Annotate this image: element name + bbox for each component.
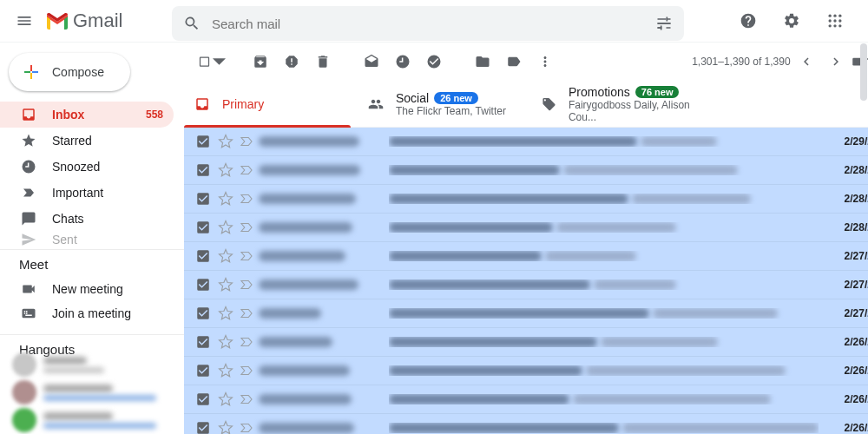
star-button[interactable] — [217, 219, 234, 236]
sidebar-item-inbox[interactable]: Inbox 558 — [0, 102, 174, 128]
labels-button[interactable] — [500, 48, 528, 76]
importance-marker[interactable] — [238, 219, 255, 236]
join-meeting-button[interactable]: Join a meeting — [0, 301, 184, 326]
importance-marker[interactable] — [238, 333, 255, 351]
hangouts-contact[interactable] — [12, 351, 174, 378]
email-row[interactable]: 2/26/20 — [184, 414, 868, 434]
star-button[interactable] — [217, 305, 234, 322]
importance-marker[interactable] — [238, 391, 255, 408]
importance-marker[interactable] — [238, 247, 255, 265]
next-page-button[interactable] — [822, 48, 850, 76]
sidebar-item-sent[interactable]: Sent — [0, 232, 174, 247]
sender — [259, 222, 389, 233]
snooze-button[interactable] — [389, 48, 417, 76]
report-spam-button[interactable] — [278, 48, 306, 76]
tab-primary[interactable]: Primary — [184, 81, 358, 127]
tab-social[interactable]: Social26 new The Flickr Team, Twitter — [358, 81, 531, 127]
hangouts-contact[interactable] — [12, 378, 174, 406]
search-bar[interactable] — [172, 6, 684, 41]
sender — [259, 337, 389, 347]
email-row[interactable]: 2/27/20 — [184, 299, 868, 328]
email-row[interactable]: 2/28/20 — [184, 156, 868, 185]
row-checkbox[interactable] — [194, 219, 212, 236]
tab-promotions[interactable]: Promotions76 new Fairygodboss Daily, Ali… — [531, 81, 722, 127]
sidebar-item-chats[interactable]: Chats — [0, 206, 174, 232]
apps-icon[interactable] — [818, 3, 852, 38]
star-button[interactable] — [217, 362, 234, 379]
row-checkbox[interactable] — [194, 305, 212, 322]
svg-point-6 — [829, 24, 832, 27]
star-button[interactable] — [217, 333, 234, 351]
main-panel: 1,301–1,390 of 1,390 Primary Social26 ne… — [184, 43, 868, 434]
importance-marker[interactable] — [238, 161, 255, 179]
email-row[interactable]: 2/29/20 — [184, 128, 868, 156]
archive-button[interactable] — [247, 48, 274, 76]
star-button[interactable] — [217, 133, 234, 150]
email-row[interactable]: 2/28/20 — [184, 185, 868, 214]
search-icon[interactable] — [177, 6, 207, 41]
row-checkbox[interactable] — [194, 362, 212, 379]
star-button[interactable] — [217, 190, 234, 207]
move-to-button[interactable] — [469, 48, 496, 76]
importance-marker[interactable] — [238, 190, 255, 207]
row-checkbox[interactable] — [194, 333, 212, 351]
email-row[interactable]: 2/28/20 — [184, 214, 868, 242]
inbox-count: 558 — [146, 108, 163, 121]
sidebar-item-snoozed[interactable]: Snoozed — [0, 154, 174, 180]
sidebar-item-label: Snoozed — [52, 160, 100, 174]
new-meeting-button[interactable]: New meeting — [0, 277, 184, 301]
header-actions — [731, 3, 861, 38]
star-button[interactable] — [217, 161, 234, 179]
sender — [259, 136, 389, 147]
row-checkbox[interactable] — [194, 391, 212, 408]
sidebar-item-starred[interactable]: Starred — [0, 128, 174, 154]
hangouts-contact[interactable] — [12, 406, 174, 434]
sidebar-item-label: Important — [52, 186, 103, 200]
support-icon[interactable] — [731, 3, 766, 38]
page-scrollbar[interactable] — [859, 0, 868, 434]
settings-icon[interactable] — [774, 3, 809, 38]
delete-button[interactable] — [309, 48, 337, 76]
email-row[interactable]: 2/26/20 — [184, 328, 868, 357]
svg-point-3 — [829, 19, 832, 22]
row-checkbox[interactable] — [194, 247, 212, 265]
clock-icon — [21, 159, 36, 174]
email-row[interactable]: 2/27/20 — [184, 271, 868, 299]
more-button[interactable] — [531, 48, 559, 76]
sender — [259, 165, 389, 175]
inbox-icon — [194, 96, 210, 112]
mail-toolbar: 1,301–1,390 of 1,390 — [184, 43, 868, 81]
star-button[interactable] — [217, 247, 234, 265]
email-row[interactable]: 2/27/20 — [184, 242, 868, 271]
importance-marker[interactable] — [238, 305, 255, 322]
row-checkbox[interactable] — [194, 133, 212, 150]
email-row[interactable]: 2/26/20 — [184, 357, 868, 385]
tab-badge: 76 new — [635, 86, 680, 98]
gmail-logo[interactable]: Gmail — [45, 10, 167, 32]
importance-marker[interactable] — [238, 419, 255, 434]
tab-subtitle: Fairygodboss Daily, Alison Cou... — [569, 99, 712, 123]
prev-page-button[interactable] — [792, 48, 820, 76]
importance-marker[interactable] — [238, 362, 255, 379]
row-checkbox[interactable] — [194, 161, 212, 179]
star-button[interactable] — [217, 419, 234, 434]
importance-marker[interactable] — [238, 133, 255, 150]
row-checkbox[interactable] — [194, 190, 212, 207]
email-row[interactable]: 2/26/20 — [184, 385, 868, 414]
svg-point-8 — [838, 24, 841, 27]
search-options-icon[interactable] — [649, 6, 679, 41]
select-all-checkbox[interactable] — [198, 48, 226, 76]
tab-label: Promotions — [569, 85, 630, 99]
sidebar-item-important[interactable]: Important — [0, 180, 174, 206]
importance-marker[interactable] — [238, 276, 255, 293]
star-button[interactable] — [217, 276, 234, 293]
row-checkbox[interactable] — [194, 419, 212, 434]
main-menu-button[interactable] — [7, 3, 42, 38]
add-task-button[interactable] — [420, 48, 448, 76]
subject — [389, 365, 819, 376]
mark-read-button[interactable] — [358, 48, 385, 76]
row-checkbox[interactable] — [194, 276, 212, 293]
star-button[interactable] — [217, 391, 234, 408]
compose-button[interactable]: Compose — [9, 53, 130, 91]
search-input[interactable] — [207, 16, 649, 31]
